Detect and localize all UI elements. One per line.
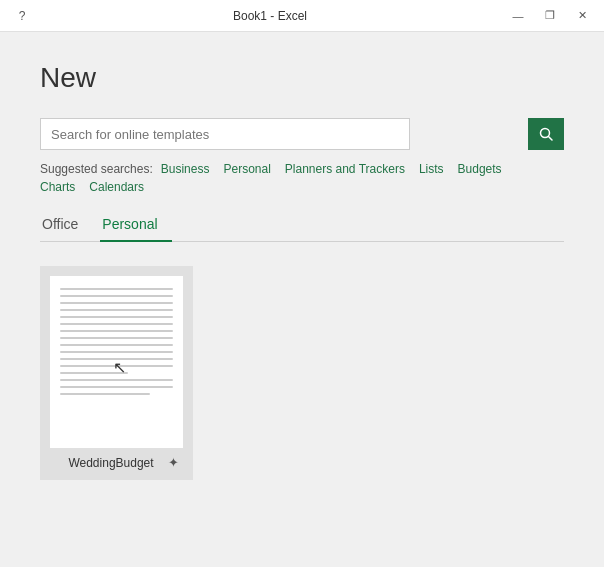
close-button[interactable]: ✕ <box>568 6 596 26</box>
suggested-business[interactable]: Business <box>161 162 210 176</box>
template-grid: ↖ WeddingBudget ✦ <box>40 258 564 480</box>
restore-button[interactable]: ❐ <box>536 6 564 26</box>
template-name: WeddingBudget <box>54 450 168 474</box>
search-input[interactable] <box>40 118 410 150</box>
suggested-charts[interactable]: Charts <box>40 180 75 194</box>
suggested-searches-row1: Suggested searches: Business Personal Pl… <box>40 162 564 176</box>
suggested-budgets[interactable]: Budgets <box>458 162 502 176</box>
title-bar: ? Book1 - Excel — ❐ ✕ <box>0 0 604 32</box>
suggested-personal[interactable]: Personal <box>223 162 270 176</box>
search-icon <box>539 127 553 141</box>
template-card-wedding-budget[interactable]: ↖ WeddingBudget ✦ <box>40 266 193 480</box>
main-content: New Suggested searches: Business Persona… <box>0 32 604 567</box>
minimize-button[interactable]: — <box>504 6 532 26</box>
search-container <box>40 118 564 150</box>
search-button[interactable] <box>528 118 564 150</box>
suggested-planners[interactable]: Planners and Trackers <box>285 162 405 176</box>
window-title: Book1 - Excel <box>36 9 504 23</box>
suggested-lists[interactable]: Lists <box>419 162 444 176</box>
doc-lines <box>50 276 183 412</box>
suggested-searches-row2: Charts Calendars <box>40 180 564 194</box>
template-preview: ↖ <box>50 276 183 448</box>
tab-office[interactable]: Office <box>40 210 92 242</box>
page-title: New <box>40 62 564 94</box>
star-icon[interactable]: ✦ <box>168 455 179 470</box>
suggested-calendars[interactable]: Calendars <box>89 180 144 194</box>
template-footer: WeddingBudget ✦ <box>50 448 183 480</box>
svg-line-1 <box>549 137 553 141</box>
suggested-label: Suggested searches: <box>40 162 153 176</box>
window-controls: — ❐ ✕ <box>504 6 596 26</box>
tabs-container: Office Personal <box>40 210 564 242</box>
help-button[interactable]: ? <box>8 6 36 26</box>
tab-personal[interactable]: Personal <box>100 210 171 242</box>
